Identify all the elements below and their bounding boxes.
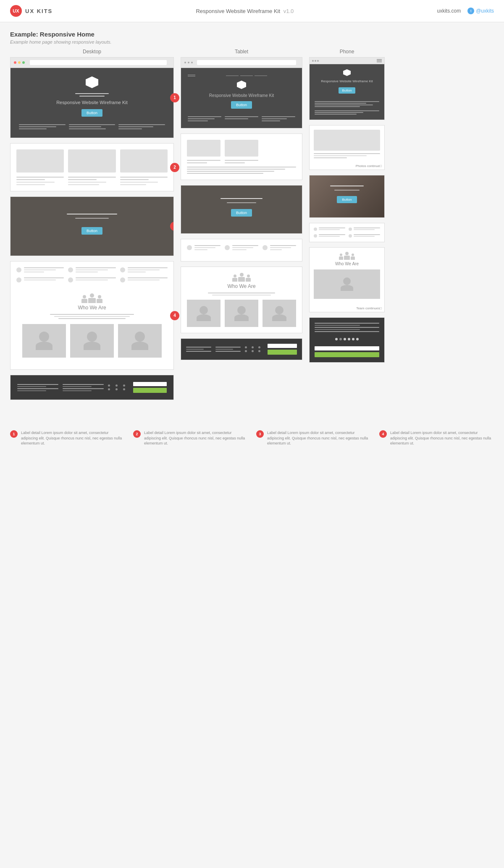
phone-banner-button[interactable]: Button xyxy=(337,196,357,203)
who-we-are-title-desktop: Who We Are xyxy=(22,305,162,311)
tablet-address-bar[interactable] xyxy=(197,60,296,65)
avatar-head xyxy=(275,306,284,314)
person-body xyxy=(351,256,355,260)
carousel-dot-1[interactable] xyxy=(335,338,338,340)
phone-email-input[interactable] xyxy=(315,346,379,350)
blog-item-1 xyxy=(16,267,64,272)
blog-line xyxy=(128,277,168,278)
blog-text xyxy=(319,227,345,230)
banner-line xyxy=(227,202,256,203)
footer-line xyxy=(186,347,211,348)
footer-line xyxy=(215,347,241,348)
avatar-2 xyxy=(84,332,100,350)
hero-title-placeholder xyxy=(19,93,165,97)
phone-submit-button[interactable] xyxy=(315,352,379,357)
chrome-dot-yellow xyxy=(18,61,21,64)
website-link[interactable]: uxkits.com xyxy=(437,8,461,14)
tablet-features xyxy=(181,134,302,180)
blog-dot xyxy=(349,227,352,231)
avatar xyxy=(197,306,211,321)
line xyxy=(187,167,296,167)
tablet-social-dots xyxy=(245,346,263,352)
tablet-footer-col-1 xyxy=(186,347,211,352)
phone-features xyxy=(310,125,384,162)
browser-address-bar[interactable] xyxy=(30,60,167,65)
avatar-1 xyxy=(36,332,52,350)
hero-cta-button[interactable]: Button xyxy=(81,109,102,117)
annotation-badge-3: 3 xyxy=(256,430,264,438)
tablet-team-member-1 xyxy=(187,300,220,327)
blog-dot xyxy=(314,227,317,231)
footer-line xyxy=(215,351,241,352)
tablet-blog-2 xyxy=(225,245,258,250)
line xyxy=(232,249,247,250)
phone-footer-dark xyxy=(310,318,384,362)
tablet-hero-button[interactable]: Button xyxy=(231,101,252,109)
nav-line xyxy=(188,76,195,76)
annotation-text-2: Label detail Lorem ipsum dolor sit amet,… xyxy=(144,430,248,446)
blog-dot xyxy=(187,245,192,250)
phone-blog-item-3 xyxy=(314,234,345,238)
banner-cta-button[interactable]: Button xyxy=(81,227,102,235)
footer-line xyxy=(315,329,360,330)
person-icon-center xyxy=(344,252,350,260)
person-head xyxy=(90,293,94,298)
social-dot xyxy=(116,384,118,387)
phone-blog-section xyxy=(309,223,385,242)
line xyxy=(354,227,380,228)
social-dot xyxy=(123,384,125,387)
footer-line xyxy=(63,388,104,389)
tablet-team-icon xyxy=(187,273,296,282)
nav-right: uxkits.com t @uxkits xyxy=(437,8,494,14)
logo-icon: UX xyxy=(10,5,22,17)
carousel-dot-2[interactable] xyxy=(339,338,342,340)
line xyxy=(225,116,258,117)
line xyxy=(187,162,207,163)
carousel-dot-5[interactable] xyxy=(352,338,354,340)
carousel-dot-4[interactable] xyxy=(348,338,350,340)
footer-line xyxy=(315,325,360,326)
blog-item-4 xyxy=(16,277,64,282)
phone-hero-button[interactable]: Button xyxy=(339,87,355,94)
phone-features-section: Photos continue□ xyxy=(309,125,385,170)
tablet-banner-button[interactable]: Button xyxy=(231,209,252,217)
person-head xyxy=(234,275,236,277)
tablet-blog-grid xyxy=(187,245,296,250)
person-body xyxy=(339,256,343,260)
feature-item-1 xyxy=(16,149,64,185)
title-line-2 xyxy=(79,96,105,97)
tablet-submit-button[interactable] xyxy=(268,350,297,355)
blog-text-3 xyxy=(128,267,168,272)
phone-team-icon xyxy=(314,252,380,260)
line xyxy=(354,229,375,230)
hero-col-line xyxy=(118,124,165,125)
who-line xyxy=(58,318,126,319)
tablet-column: Tablet xyxy=(181,49,302,365)
menu-line xyxy=(377,60,382,61)
tablet-hero-title: Responsive Website Wireframe Kit xyxy=(188,93,295,98)
carousel-dot-3[interactable] xyxy=(344,338,346,340)
photos-continue-label: Photos continue□ xyxy=(310,162,384,170)
footer-submit-button[interactable] xyxy=(133,388,167,393)
tablet-feature-img-2 xyxy=(225,140,258,157)
person-body xyxy=(246,278,251,282)
phone-banner: Button xyxy=(310,175,384,217)
blog-dot-4 xyxy=(16,277,21,282)
phone-menu-icon[interactable] xyxy=(377,59,382,62)
phone-hexagon xyxy=(343,69,351,76)
page-subtitle: Example home page showing responsive lay… xyxy=(10,39,494,44)
phone-label: Phone xyxy=(309,49,385,55)
line xyxy=(188,118,215,119)
person-body xyxy=(97,299,102,303)
person-icon-left xyxy=(81,295,87,303)
blog-line xyxy=(76,280,108,280)
footer-email-input[interactable] xyxy=(133,382,167,386)
avatar-head xyxy=(343,277,351,285)
tablet-email-input[interactable] xyxy=(268,344,297,348)
avatar-head-1 xyxy=(39,332,49,342)
phone-hero-text-block xyxy=(315,101,379,107)
carousel-dot-6[interactable] xyxy=(356,338,359,340)
blog-line xyxy=(128,272,146,272)
twitter-link[interactable]: t @uxkits xyxy=(467,8,494,14)
tablet-browser-chrome xyxy=(181,58,302,68)
